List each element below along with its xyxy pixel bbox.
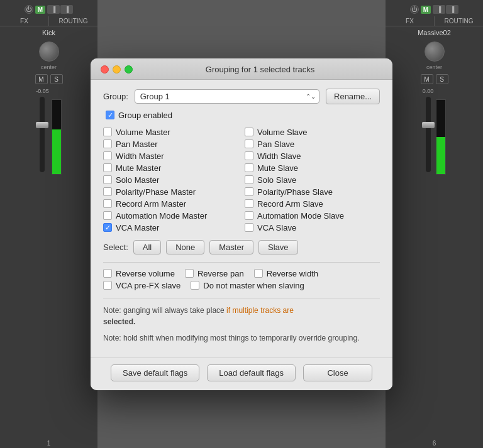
- strip-name-left: Kick: [42, 29, 55, 36]
- fader-thumb-left[interactable]: [36, 122, 48, 128]
- group-enabled-row: ✓ Group enabled: [103, 111, 380, 120]
- checkbox-mute-slave[interactable]: [245, 163, 253, 172]
- option-automation-slave: Automation Mode Slave: [245, 211, 380, 221]
- extra-reverse-pan: Reverse pan: [185, 269, 244, 278]
- extra-do-not-master: Do not master when slaving: [191, 281, 304, 290]
- checkbox-vca-master[interactable]: ✓: [103, 223, 112, 232]
- label-automation-master: Automation Mode Master: [116, 211, 207, 221]
- checkbox-reverse-width[interactable]: [254, 269, 263, 278]
- checkbox-do-not-master[interactable]: [191, 281, 199, 290]
- left-mixer-strip: ⏻ M ▐ ▐ FX ROUTING Kick center M S -0.05: [0, 0, 97, 448]
- select-master-button[interactable]: Master: [209, 240, 253, 254]
- strip-number-right: 6: [433, 440, 436, 447]
- option-vca-slave: VCA Slave: [245, 223, 380, 232]
- strip-power-left[interactable]: ⏻: [25, 5, 33, 14]
- checkbox-automation-slave[interactable]: [245, 211, 253, 220]
- checkbox-solo-master[interactable]: [103, 175, 112, 184]
- select-row: Select: All None Master Slave: [103, 240, 380, 254]
- strip-segment-left: ▐: [47, 5, 60, 14]
- label-width-slave: Width Slave: [257, 151, 301, 161]
- db-top-left: -0.05: [36, 88, 49, 94]
- checkbox-pan-master[interactable]: [103, 139, 112, 148]
- note1-bold: selected.: [103, 317, 135, 326]
- checkbox-solo-slave[interactable]: [245, 175, 253, 184]
- strip-number-left: 1: [47, 440, 51, 447]
- checkbox-automation-master[interactable]: [103, 211, 112, 220]
- checkbox-volume-master[interactable]: [103, 128, 112, 136]
- tab-routing-left[interactable]: ROUTING: [49, 16, 97, 26]
- knob-left[interactable]: [39, 41, 59, 62]
- tab-routing-right[interactable]: ROUTING: [435, 16, 483, 26]
- close-button[interactable]: Close: [303, 364, 372, 381]
- option-record-arm-slave: Record Arm Slave: [245, 199, 380, 209]
- label-vca-slave: VCA Slave: [257, 223, 296, 232]
- select-label: Select:: [103, 243, 128, 252]
- checkbox-vca-slave[interactable]: [245, 223, 253, 232]
- fader-thumb-right[interactable]: [422, 122, 435, 128]
- save-default-flags-button[interactable]: Save default flags: [111, 364, 199, 381]
- option-solo-master: Solo Master: [103, 175, 238, 185]
- group-row: Group: Group 1 ⌃⌄ Rename...: [103, 89, 380, 104]
- checkbox-reverse-volume[interactable]: [103, 269, 112, 278]
- checkbox-record-arm-master[interactable]: [103, 199, 112, 208]
- s-button-right[interactable]: S: [436, 74, 448, 84]
- group-select[interactable]: Group 1: [135, 89, 319, 104]
- rename-button[interactable]: Rename...: [326, 89, 380, 104]
- dialog-footer: Save default flags Load default flags Cl…: [91, 358, 392, 390]
- label-do-not-master: Do not master when slaving: [203, 281, 304, 290]
- option-volume-master: Volume Master: [103, 128, 238, 137]
- strip-seg2-right: ▐: [446, 5, 458, 14]
- option-automation-master: Automation Mode Master: [103, 211, 238, 221]
- group-select-wrap: Group 1 ⌃⌄: [135, 89, 319, 104]
- label-pan-master: Pan Master: [116, 139, 157, 149]
- label-volume-slave: Volume Slave: [257, 128, 308, 137]
- note1: Note: ganging will always take place if …: [103, 305, 380, 327]
- checkbox-vca-pre-fx[interactable]: [103, 281, 112, 290]
- select-none-button[interactable]: None: [166, 240, 204, 254]
- m-button-right[interactable]: M: [421, 74, 433, 84]
- strip-name-right: Massive02: [418, 29, 451, 36]
- fader-track-left[interactable]: [40, 97, 45, 172]
- close-traffic-light[interactable]: [101, 65, 109, 74]
- knob-right[interactable]: [425, 41, 445, 62]
- strip-power-right[interactable]: ⏻: [410, 5, 419, 14]
- s-button-left[interactable]: S: [50, 74, 63, 84]
- right-mixer-strip: ⏻ M ▐ ▐ FX ROUTING Massive02 center M S …: [386, 0, 483, 448]
- m-button-left[interactable]: M: [35, 74, 48, 84]
- checkbox-width-slave[interactable]: [245, 151, 253, 160]
- label-record-arm-slave: Record Arm Slave: [257, 199, 323, 209]
- strip-m-left[interactable]: M: [35, 6, 45, 14]
- label-reverse-volume: Reverse volume: [116, 269, 175, 278]
- tab-fx-left[interactable]: FX: [0, 16, 49, 26]
- strip-m-right[interactable]: M: [421, 6, 431, 14]
- fader-track-right[interactable]: [426, 97, 431, 172]
- option-solo-slave: Solo Slave: [245, 175, 380, 185]
- label-polarity-master: Polarity/Phase Master: [116, 187, 196, 197]
- options-grid: Volume Master Volume Slave Pan Master Pa…: [103, 128, 380, 232]
- minimize-traffic-light[interactable]: [113, 65, 121, 74]
- select-slave-button[interactable]: Slave: [258, 240, 298, 254]
- group-label: Group:: [103, 92, 128, 101]
- option-width-master: Width Master: [103, 151, 238, 161]
- checkbox-pan-slave[interactable]: [245, 139, 253, 148]
- group-enabled-checkbox[interactable]: ✓: [106, 111, 114, 119]
- label-solo-slave: Solo Slave: [257, 175, 296, 185]
- option-pan-slave: Pan Slave: [245, 139, 380, 149]
- checkbox-mute-master[interactable]: [103, 163, 112, 172]
- knob-label-left: center: [41, 64, 57, 70]
- checkbox-polarity-slave[interactable]: [245, 187, 253, 196]
- extra-reverse-volume: Reverse volume: [103, 269, 175, 278]
- checkbox-reverse-pan[interactable]: [185, 269, 194, 278]
- checkbox-polarity-master[interactable]: [103, 187, 112, 196]
- checkbox-record-arm-slave[interactable]: [245, 199, 253, 208]
- label-mute-slave: Mute Slave: [257, 163, 298, 173]
- checkbox-volume-slave[interactable]: [245, 128, 253, 136]
- group-enabled-label: Group enabled: [118, 111, 172, 120]
- db-top-right: 0.00: [423, 88, 434, 94]
- note1-highlight: if multiple tracks are: [226, 306, 294, 315]
- load-default-flags-button[interactable]: Load default flags: [207, 364, 296, 381]
- maximize-traffic-light[interactable]: [125, 65, 133, 74]
- checkbox-width-master[interactable]: [103, 151, 112, 160]
- tab-fx-right[interactable]: FX: [386, 16, 435, 26]
- select-all-button[interactable]: All: [133, 240, 161, 254]
